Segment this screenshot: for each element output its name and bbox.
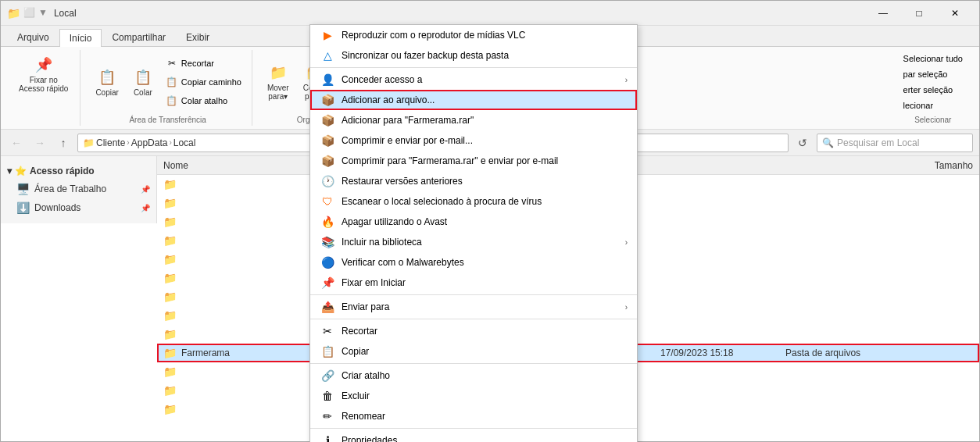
- chevron-2: ›: [169, 138, 171, 147]
- restaurar-icon: 🕐: [320, 175, 335, 187]
- sidebar: ▾ ⭐ Acesso rápido 🖥️ Área de Trabalho 📌 …: [1, 156, 157, 223]
- tab-exibir[interactable]: Exibir: [176, 28, 220, 46]
- ctx-propriedades[interactable]: ℹ Propriedades: [310, 430, 637, 442]
- copiar-icon: 📋: [98, 68, 116, 87]
- ribbon-btn-recortar[interactable]: ✂ Recortar: [162, 55, 245, 72]
- ctx-copiar[interactable]: 📋 Copiar: [310, 341, 637, 362]
- renomear-icon: ✏: [320, 410, 335, 422]
- recortar-ctx-icon: ✂: [320, 325, 335, 337]
- ribbon-btn-fixar[interactable]: 📌 Fixar noAcesso rápido: [13, 52, 73, 97]
- tab-compartilhar[interactable]: Compartilhar: [102, 28, 176, 46]
- ctx-malwarebytes[interactable]: 🔵 Verificar com o Malwarebytes: [310, 252, 637, 273]
- up-button[interactable]: ↑: [54, 134, 73, 152]
- ribbon-btn-mover[interactable]: 📁 Moverpara▾: [262, 59, 295, 105]
- folder-icon: 📁: [163, 328, 177, 340]
- ctx-fixar-iniciar[interactable]: 📌 Fixar em Iniciar: [310, 273, 637, 293]
- adicionar-rar-icon: 📦: [320, 114, 335, 127]
- folder-icon: 📁: [163, 384, 177, 397]
- ctx-recortar-label: Recortar: [342, 326, 628, 337]
- ctx-scan-label: Escanear o local selecionado à procura d…: [342, 196, 628, 207]
- sidebar-wrapper: ▾ ⭐ Acesso rápido 🖥️ Área de Trabalho 📌 …: [1, 156, 157, 441]
- back-button[interactable]: ←: [7, 134, 26, 152]
- ribbon-btn-copiar-label: Copiar: [95, 88, 118, 97]
- ribbon-btn-copiar-caminho[interactable]: 📋 Copiar caminho: [162, 73, 245, 91]
- copiar-ctx-icon: 📋: [320, 345, 335, 358]
- folder-icon: 📁: [163, 178, 177, 191]
- ctx-propriedades-label: Propriedades: [342, 435, 628, 442]
- path-label-local: Local: [173, 137, 196, 148]
- fixar-icon: 📌: [34, 55, 53, 74]
- ctx-criar-atalho-label: Criar atalho: [342, 370, 628, 381]
- conceder-icon: 👤: [320, 73, 335, 86]
- adicionar-arquivo-icon: 📦: [320, 94, 335, 106]
- sidebar-item-downloads[interactable]: ⬇️ Downloads 📌: [1, 198, 156, 217]
- window-icon-sm2: ▼: [38, 7, 48, 20]
- tab-arquivo[interactable]: Arquivo: [7, 28, 59, 46]
- sidebar-section-acesso: ▾ ⭐ Acesso rápido 🖥️ Área de Trabalho 📌 …: [1, 159, 156, 220]
- ctx-excluir[interactable]: 🗑 Excluir: [310, 386, 637, 406]
- ribbon-btn-par-selecao[interactable]: par seleção: [900, 67, 967, 81]
- ctx-comprimir-email-label: Comprimir e enviar por e-mail...: [342, 135, 628, 146]
- ctx-conceder-label: Conceder acesso a: [342, 74, 619, 85]
- conceder-arrow: ›: [625, 76, 628, 84]
- ctx-criar-atalho[interactable]: 🔗 Criar atalho: [310, 365, 637, 386]
- sidebar-item-desktop[interactable]: 🖥️ Área de Trabalho 📌: [1, 180, 156, 198]
- minimize-button[interactable]: —: [865, 1, 901, 26]
- search-box[interactable]: 🔍 Pesquisar em Local: [817, 134, 973, 152]
- ctx-restaurar[interactable]: 🕐 Restaurar versões anteriores: [310, 171, 637, 191]
- gdrive-icon: △: [320, 49, 335, 62]
- ctx-recortar[interactable]: ✂ Recortar: [310, 321, 637, 341]
- path-label-appdata: AppData: [131, 137, 168, 148]
- ribbon-group-fixar: 📌 Fixar noAcesso rápido: [7, 50, 80, 126]
- incluir-icon: 📚: [320, 236, 335, 248]
- downloads-icon: ⬇️: [16, 201, 30, 214]
- ribbon-btn-erter-selecao[interactable]: erter seleção: [900, 83, 967, 97]
- ctx-renomear[interactable]: ✏ Renomear: [310, 406, 637, 426]
- malwarebytes-icon: 🔵: [320, 256, 335, 269]
- close-button[interactable]: ✕: [937, 1, 973, 26]
- ctx-scan[interactable]: 🛡 Escanear o local selecionado à procura…: [310, 191, 637, 212]
- ribbon-btn-colar-atalho-label: Colar atalho: [181, 96, 227, 105]
- window-title: Local: [54, 8, 865, 19]
- acesso-icon: ⭐: [15, 166, 27, 176]
- ctx-gdrive[interactable]: △ Sincronizar ou fazer backup desta past…: [310, 45, 637, 66]
- ctx-sep-3: [310, 319, 637, 319]
- window: 📁 ⬜ ▼ Local — □ ✕ Arquivo Início Compart…: [0, 0, 980, 442]
- ctx-conceder[interactable]: 👤 Conceder acesso a ›: [310, 70, 637, 90]
- search-placeholder: Pesquisar em Local: [837, 137, 919, 148]
- ctx-adicionar-rar[interactable]: 📦 Adicionar para "Farmerama.rar": [310, 110, 637, 130]
- ctx-comprimir-rar-email[interactable]: 📦 Comprimir para "Farmerama.rar" e envia…: [310, 151, 637, 171]
- sidebar-header-acesso[interactable]: ▾ ⭐ Acesso rápido: [1, 162, 156, 180]
- ribbon-btn-lecionar[interactable]: lecionar: [900, 98, 967, 112]
- incluir-arrow: ›: [625, 238, 628, 247]
- ribbon-btn-selecionar-tudo[interactable]: Selecionar tudo: [900, 52, 967, 66]
- ctx-adicionar-arquivo[interactable]: 📦 Adicionar ao arquivo...: [310, 90, 637, 110]
- refresh-button[interactable]: ↺: [793, 134, 812, 152]
- window-icon-sm1: ⬜: [23, 7, 35, 20]
- recortar-icon: ✂: [166, 57, 178, 70]
- maximize-button[interactable]: □: [901, 1, 937, 26]
- colar-icon: 📋: [134, 68, 152, 87]
- ribbon-btn-colar[interactable]: 📋 Colar: [127, 64, 159, 101]
- ribbon-btn-colar-atalho[interactable]: 📋 Colar atalho: [162, 92, 245, 109]
- chevron-1: ›: [127, 138, 129, 147]
- ribbon-btn-copiar[interactable]: 📋 Copiar: [90, 64, 123, 101]
- folder-icon: 📁: [163, 309, 177, 322]
- ctx-renomear-label: Renomear: [342, 411, 628, 422]
- folder-icon: 📁: [163, 365, 177, 378]
- ctx-enviar-para[interactable]: 📤 Enviar para ›: [310, 297, 637, 317]
- ctx-adicionar-arquivo-label: Adicionar ao arquivo...: [342, 94, 628, 105]
- ctx-incluir[interactable]: 📚 Incluir na biblioteca ›: [310, 232, 637, 252]
- forward-button[interactable]: →: [30, 134, 49, 152]
- propriedades-icon: ℹ: [320, 434, 335, 442]
- folder-icon: 📁: [163, 234, 177, 247]
- window-icon: 📁: [7, 7, 20, 20]
- ctx-vlc[interactable]: ▶ Reproduzir com o reprodutor de mídias …: [310, 25, 637, 45]
- ctx-avast[interactable]: 🔥 Apagar utilizando o Avast: [310, 212, 637, 232]
- scan-icon: 🛡: [320, 195, 335, 208]
- tab-inicio[interactable]: Início: [59, 29, 102, 47]
- avast-icon: 🔥: [320, 216, 335, 228]
- ribbon-btn-fixar-label: Fixar noAcesso rápido: [19, 76, 68, 93]
- ctx-comprimir-email[interactable]: 📦 Comprimir e enviar por e-mail...: [310, 130, 637, 151]
- enviar-para-arrow: ›: [625, 303, 628, 312]
